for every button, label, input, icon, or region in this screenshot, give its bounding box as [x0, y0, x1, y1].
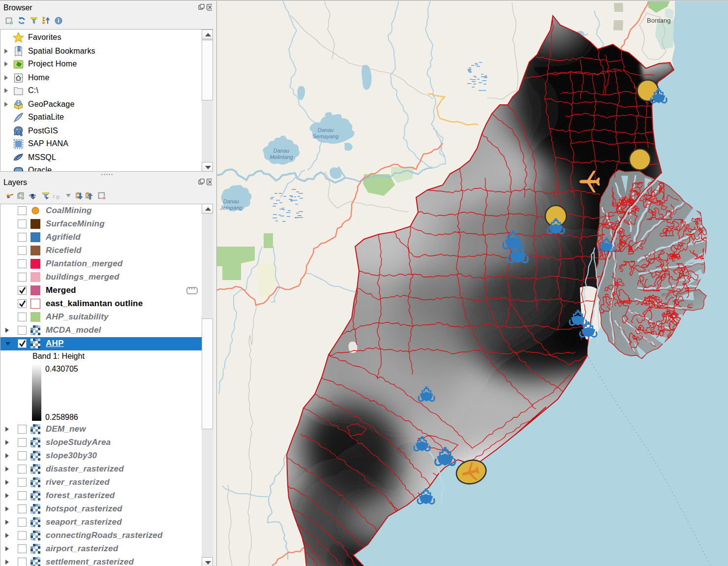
svg-text:Danau: Danau [318, 127, 334, 133]
svg-text:ε: ε [53, 192, 56, 199]
svg-text:Semayang: Semayang [313, 133, 339, 139]
svg-text:Bontang: Bontang [647, 17, 670, 24]
svg-text:Jempang: Jempang [219, 205, 243, 211]
svg-text:Danau: Danau [273, 148, 289, 154]
svg-text:Danau: Danau [223, 198, 239, 204]
svg-text:eran: eran [662, 292, 671, 297]
svg-text:Melintang: Melintang [270, 154, 294, 160]
